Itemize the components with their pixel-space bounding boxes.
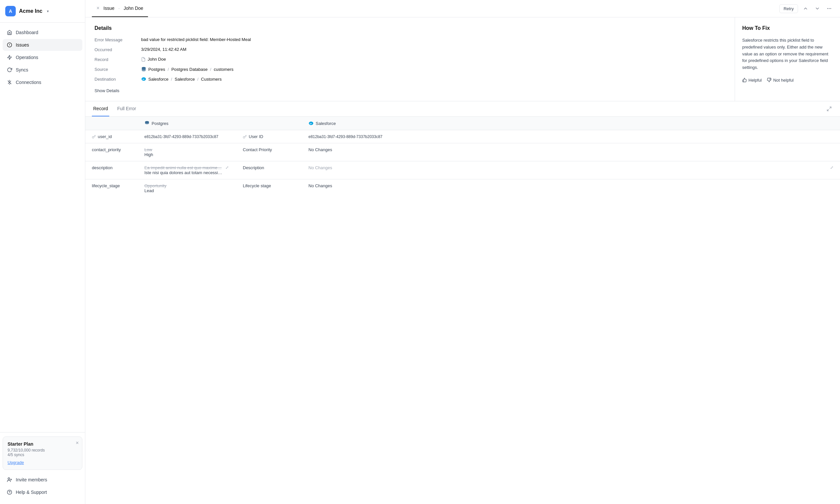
destination-label: Destination: [94, 76, 137, 82]
plan-card: × Starter Plan 9,732/10,000 records 4/5 …: [3, 436, 82, 470]
col-header-salesforce: SF Salesforce: [302, 117, 840, 130]
svg-marker-3: [7, 55, 12, 59]
table-row: lifecycle_stage Opportunity Lead Lifecyc…: [85, 179, 840, 197]
more-options-button[interactable]: [825, 4, 834, 13]
plan-syncs: 4/5 syncs: [7, 452, 77, 457]
svg-point-11: [830, 8, 831, 8]
main-content: × Issue · John Doe Retry Details: [85, 0, 840, 504]
tab-record[interactable]: Record: [92, 101, 109, 116]
pg-value: e812ba31-3fd7-4293-889d-7337b2033c87: [138, 130, 236, 143]
sidebar-item-label: Help & Support: [16, 490, 47, 495]
sidebar-item-help[interactable]: Help & Support: [3, 486, 82, 498]
plan-records: 9,732/10,000 records: [7, 448, 77, 452]
error-label: Error Message: [94, 37, 137, 42]
svg-line-16: [827, 109, 829, 111]
helpful-row: Helpful Not helpful: [742, 78, 833, 83]
pg-value: Low High: [138, 143, 236, 161]
postgres-icon: [141, 67, 146, 72]
sidebar-item-operations[interactable]: Operations: [3, 52, 82, 63]
postgres-header-icon: [144, 121, 150, 126]
company-logo: A: [5, 6, 16, 16]
col-header-field: [85, 117, 138, 130]
details-title: Details: [94, 25, 725, 31]
record-table: Postgres SF Salesforce: [85, 117, 840, 197]
company-name: Acme Inc: [19, 8, 42, 14]
navigate-down-button[interactable]: [813, 4, 822, 13]
occurred-value: 3/29/2024, 11:42:42 AM: [141, 47, 725, 52]
helpful-button[interactable]: Helpful: [742, 78, 762, 83]
detail-row-source: Source Postgres / Postgres Database / cu…: [94, 67, 725, 72]
sidebar-item-label: Connections: [16, 80, 41, 85]
svg-line-15: [829, 107, 831, 109]
key-icon-sf: [243, 134, 247, 139]
tab-issue-label: Issue: [103, 5, 114, 11]
sidebar-nav: Dashboard Issues Operations Syncs: [0, 23, 85, 432]
table-row: contact_priority Low High Contact Priori…: [85, 143, 840, 161]
sidebar-item-syncs[interactable]: Syncs: [3, 64, 82, 76]
document-icon: [141, 57, 146, 62]
detail-row-occurred: Occurred 3/29/2024, 11:42:42 AM: [94, 47, 725, 52]
circle-help-icon: [6, 489, 13, 495]
upgrade-link[interactable]: Upgrade: [7, 460, 24, 465]
refresh-icon: [6, 67, 13, 73]
salesforce-icon: SF: [141, 76, 146, 82]
salesforce-header-icon: SF: [309, 121, 314, 126]
how-to-fix-title: How To Fix: [742, 25, 833, 31]
svg-text:SF: SF: [310, 123, 312, 125]
lightning-icon: [6, 54, 13, 60]
sidebar-item-connections[interactable]: Connections: [3, 76, 82, 88]
tab-close-icon[interactable]: ×: [97, 5, 100, 11]
sf-value: No Changes ⤢: [302, 161, 840, 179]
sidebar-item-invite[interactable]: Invite members: [3, 474, 82, 486]
sidebar-item-label: Dashboard: [16, 30, 38, 35]
tab-full-error[interactable]: Full Error: [116, 101, 138, 116]
field-name: contact_priority: [85, 143, 138, 161]
chevron-down-icon[interactable]: ▾: [47, 9, 49, 14]
destination-path: Salesforce / Salesforce / Customers: [148, 77, 222, 82]
col-header-sf-field: [236, 117, 302, 130]
expand-icon[interactable]: ⤢: [225, 165, 229, 170]
svg-point-4: [8, 478, 10, 480]
source-label: Source: [94, 67, 137, 72]
show-details-link[interactable]: Show Details: [94, 88, 119, 93]
expand-icon-sf[interactable]: ⤢: [830, 165, 834, 170]
sidebar: A Acme Inc ▾ Dashboard Issues Operations: [0, 0, 85, 504]
sf-value: e812ba31-3fd7-4293-889d-7337b2033c87: [302, 130, 840, 143]
sf-field-name: User ID: [236, 130, 302, 143]
top-section: Details Error Message bad value for rest…: [85, 17, 840, 101]
expand-table-button[interactable]: [825, 105, 834, 113]
details-panel: Details Error Message bad value for rest…: [85, 17, 735, 101]
source-value: Postgres / Postgres Database / customers: [141, 67, 725, 72]
sidebar-item-label: Issues: [16, 42, 29, 48]
tab-bar: × Issue · John Doe Retry: [85, 0, 840, 17]
navigate-up-button[interactable]: [801, 4, 810, 13]
not-helpful-button[interactable]: Not helpful: [767, 78, 793, 83]
sf-field-name: Description: [236, 161, 302, 179]
pg-value: Ea impedit animi nulla est quo maxime… I…: [138, 161, 236, 179]
sf-value: No Changes: [302, 143, 840, 161]
sidebar-item-label: Operations: [16, 55, 38, 60]
record-value: John Doe: [141, 57, 725, 62]
content-area: Details Error Message bad value for rest…: [85, 17, 840, 504]
detail-row-destination: Destination SF Salesforce / Salesforce /…: [94, 76, 725, 82]
field-name: lifecycle_stage: [85, 179, 138, 197]
issue-tab[interactable]: × Issue · John Doe: [92, 0, 148, 17]
sidebar-item-issues[interactable]: Issues: [3, 39, 82, 51]
svg-point-10: [829, 8, 829, 8]
retry-button[interactable]: Retry: [779, 4, 798, 13]
plan-close-button[interactable]: ×: [76, 440, 79, 446]
thumbs-down-icon: [767, 78, 771, 82]
sidebar-item-dashboard[interactable]: Dashboard: [3, 26, 82, 38]
sf-field-name: Contact Priority: [236, 143, 302, 161]
sidebar-item-label: Invite members: [16, 477, 47, 482]
col-header-postgres: Postgres: [138, 117, 236, 130]
plug-icon: [6, 79, 13, 85]
destination-value: SF Salesforce / Salesforce / Customers: [141, 76, 725, 82]
sidebar-bottom: × Starter Plan 9,732/10,000 records 4/5 …: [0, 432, 85, 504]
home-icon: [6, 30, 13, 35]
sidebar-item-label: Syncs: [16, 67, 28, 72]
how-to-fix-panel: How To Fix Salesforce restricts this pic…: [735, 17, 840, 101]
sf-value: No Changes: [302, 179, 840, 197]
sidebar-header: A Acme Inc ▾: [0, 0, 85, 23]
tab-actions: Retry: [779, 4, 834, 13]
